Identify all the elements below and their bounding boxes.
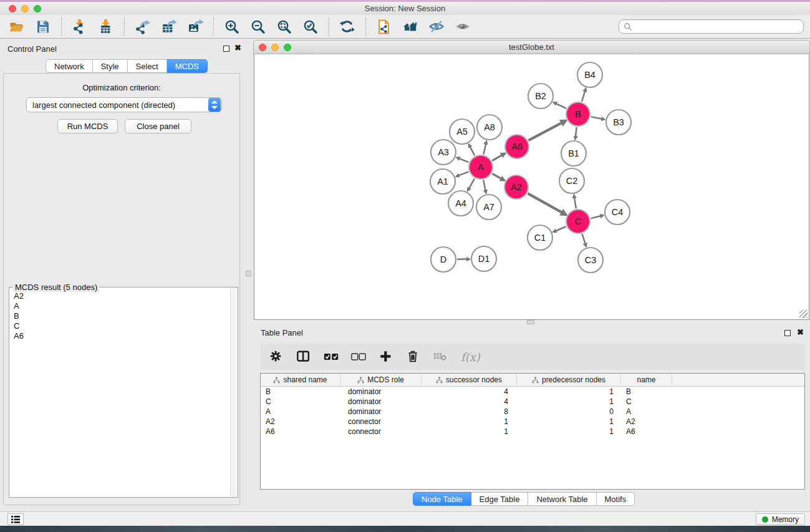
edge-A-A5[interactable]	[469, 144, 475, 155]
node-A8[interactable]: A8	[477, 115, 502, 140]
run-mcds-button[interactable]: Run MCDS	[57, 119, 118, 133]
fx-button[interactable]: f(x)	[461, 351, 480, 364]
checkbox-unchecked-pair-button[interactable]	[351, 349, 366, 364]
node-A[interactable]: A	[469, 155, 493, 179]
zoom-fit-button[interactable]	[271, 16, 297, 37]
node-B2[interactable]: B2	[528, 84, 553, 109]
zoom-in-button[interactable]	[219, 16, 245, 37]
edge-A-A4[interactable]	[468, 178, 475, 190]
edge-C-C1[interactable]	[553, 226, 566, 232]
network-from-selection-button[interactable]	[371, 16, 397, 37]
column-header-name[interactable]: name	[621, 374, 672, 386]
close-table-panel-icon[interactable]: ✖	[797, 329, 804, 336]
vertical-split-handle[interactable]	[246, 271, 251, 276]
tab-mcds[interactable]: MCDS	[167, 59, 208, 73]
edge-B-B1[interactable]	[576, 127, 577, 139]
save-session-button[interactable]	[30, 16, 56, 37]
optimization-criterion-dropdown[interactable]: largest connected component (directed)	[26, 97, 222, 112]
tab-select[interactable]: Select	[128, 59, 167, 73]
show-hidden-button[interactable]	[450, 16, 476, 37]
float-panel-icon[interactable]	[223, 46, 229, 52]
node-A4[interactable]: A4	[448, 191, 473, 216]
edge-A-A6[interactable]	[492, 153, 505, 161]
node-A7[interactable]: A7	[476, 195, 501, 220]
mcds-result-item[interactable]: A6	[10, 331, 229, 341]
edge-A2-C[interactable]	[528, 193, 566, 215]
network-window-titlebar[interactable]: testGlobe.txt	[253, 40, 810, 54]
node-B4[interactable]: B4	[577, 62, 602, 87]
edge-A-A2[interactable]	[492, 173, 504, 180]
table-row[interactable]: Adominator80A	[261, 407, 804, 417]
tab-node-table[interactable]: Node Table	[413, 492, 471, 506]
edge-B-B3[interactable]	[591, 117, 605, 119]
node-C3[interactable]: C3	[578, 248, 603, 273]
edge-A-A8[interactable]	[483, 141, 486, 154]
first-neighbors-button[interactable]	[397, 16, 423, 37]
network-canvas[interactable]: AA1A2A3A4A5A6A7A8BB1B2B3B4CC1C2C3C4DD1	[254, 54, 809, 320]
edge-C-C4[interactable]	[591, 215, 603, 218]
export-network-button[interactable]	[130, 16, 156, 37]
edge-B-B2[interactable]	[554, 102, 566, 109]
node-D[interactable]: D	[431, 247, 456, 272]
node-A2[interactable]: A2	[504, 175, 528, 199]
node-C[interactable]: C	[566, 210, 590, 233]
node-A5[interactable]: A5	[450, 119, 475, 144]
edge-A-A1[interactable]	[456, 172, 469, 176]
export-image-button[interactable]	[182, 16, 208, 37]
table-row[interactable]: Bdominator41B	[261, 387, 804, 397]
delete-table-button[interactable]	[433, 349, 448, 364]
zoom-selected-button[interactable]	[297, 16, 324, 37]
float-table-panel-icon[interactable]	[784, 330, 791, 336]
plus-button[interactable]	[378, 349, 393, 364]
node-D1[interactable]: D1	[471, 246, 496, 271]
column-header-predecessor-nodes[interactable]: predecessor nodes	[517, 374, 621, 386]
node-B[interactable]: B	[566, 102, 590, 126]
table-row[interactable]: A6connector11A6	[261, 427, 804, 437]
edge-C-C2[interactable]	[574, 195, 576, 209]
mcds-result-item[interactable]: A2	[10, 291, 229, 301]
close-panel-icon[interactable]: ✖	[234, 45, 241, 51]
mcds-result-list[interactable]: A2ABCA6	[10, 291, 229, 496]
columns-button[interactable]	[296, 349, 311, 364]
edge-A-A3[interactable]	[456, 158, 468, 163]
gear-button[interactable]	[269, 349, 284, 364]
checkbox-checked-pair-button[interactable]	[324, 349, 339, 364]
tab-style[interactable]: Style	[93, 59, 128, 73]
mcds-result-box[interactable]: MCDS result (5 nodes) A2ABCA6	[9, 287, 238, 498]
trash-button[interactable]	[406, 349, 421, 364]
search-field[interactable]	[619, 19, 804, 34]
node-A6[interactable]: A6	[505, 135, 529, 158]
hide-selected-button[interactable]	[423, 16, 450, 37]
column-header-MCDS-role[interactable]: MCDS role	[340, 374, 422, 386]
memory-button[interactable]: Memory	[756, 513, 805, 525]
node-C1[interactable]: C1	[528, 225, 552, 250]
node-C4[interactable]: C4	[605, 200, 630, 225]
tab-network-table[interactable]: Network Table	[528, 492, 596, 506]
node-A1[interactable]: A1	[430, 169, 455, 194]
node-C2[interactable]: C2	[559, 168, 584, 193]
tab-motifs[interactable]: Motifs	[597, 492, 635, 506]
scrollbar-track[interactable]	[230, 288, 238, 497]
node-B3[interactable]: B3	[606, 110, 631, 135]
tab-edge-table[interactable]: Edge Table	[471, 492, 529, 506]
column-header-successor-nodes[interactable]: successor nodes	[422, 374, 517, 386]
window-resize-grip[interactable]	[799, 310, 808, 318]
network-graph[interactable]: AA1A2A3A4A5A6A7A8BB1B2B3B4CC1C2C3C4DD1	[254, 54, 809, 319]
import-network-button[interactable]	[67, 16, 93, 37]
table-row[interactable]: A2connector11A2	[261, 417, 804, 427]
edge-A-A7[interactable]	[483, 180, 486, 193]
horizontal-split-handle[interactable]	[527, 320, 534, 324]
edge-A6-B[interactable]	[529, 120, 566, 140]
search-input[interactable]	[632, 22, 803, 31]
mcds-result-item[interactable]: C	[10, 321, 229, 331]
export-table-button[interactable]	[156, 16, 182, 37]
node-A3[interactable]: A3	[431, 140, 456, 165]
edge-B-B4[interactable]	[582, 89, 586, 102]
task-history-button[interactable]	[7, 513, 24, 525]
refresh-button[interactable]	[334, 16, 360, 37]
column-header-shared-name[interactable]: shared name	[261, 374, 340, 386]
open-session-button[interactable]	[4, 16, 30, 37]
table-row[interactable]: Cdominator41C	[261, 397, 804, 407]
zoom-out-button[interactable]	[245, 16, 271, 37]
mcds-result-item[interactable]: A	[10, 301, 229, 311]
